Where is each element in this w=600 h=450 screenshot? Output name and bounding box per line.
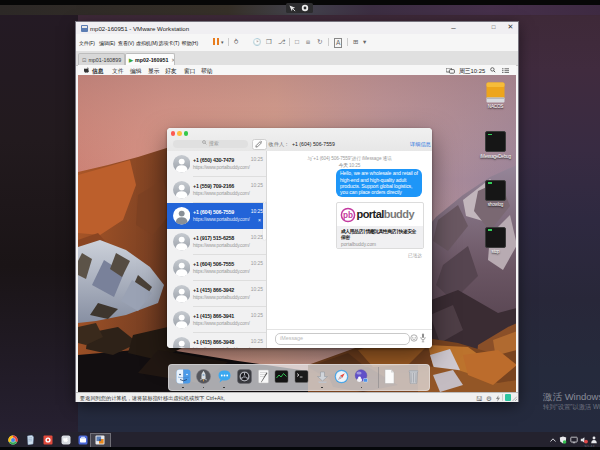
svg-text:pb: pb <box>343 210 353 219</box>
